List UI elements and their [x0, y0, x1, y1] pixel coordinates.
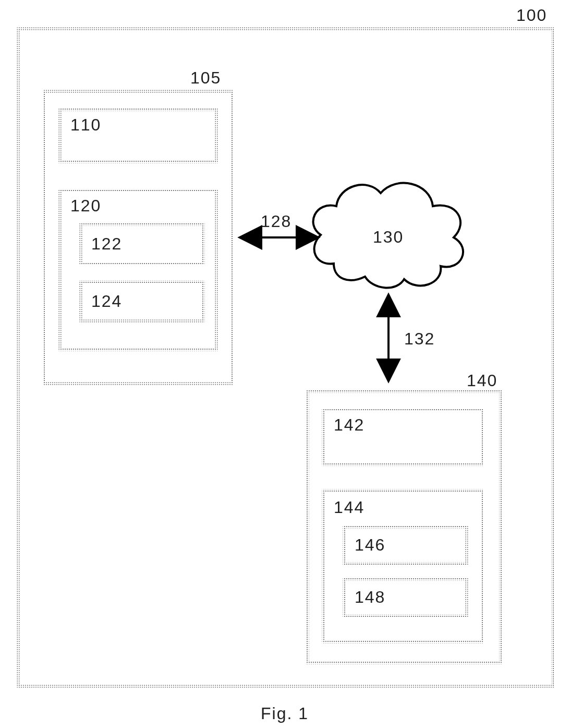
block-a-sub-122-label: 122 — [91, 234, 122, 253]
block-a-group-120-label: 120 — [70, 196, 101, 215]
block-a-label: 105 — [190, 68, 221, 87]
outer-frame-label: 100 — [516, 6, 547, 25]
link-a-cloud-label: 128 — [261, 212, 291, 231]
block-a-sub-124-label: 124 — [91, 292, 122, 311]
cloud-label: 130 — [373, 228, 404, 246]
block-b-sub-146-label: 146 — [355, 535, 385, 554]
block-b-sub-148-label: 148 — [355, 588, 385, 606]
link-cloud-b-label: 132 — [404, 329, 435, 348]
system-diagram: 100 105 110 120 122 124 130 128 132 140 … — [0, 0, 571, 728]
block-b-item-142-label: 142 — [334, 415, 365, 434]
block-a-item-110-label: 110 — [70, 115, 101, 134]
figure-caption: Fig. 1 — [261, 704, 309, 723]
block-b-group-144-label: 144 — [334, 498, 365, 517]
block-b-label: 140 — [467, 371, 497, 390]
